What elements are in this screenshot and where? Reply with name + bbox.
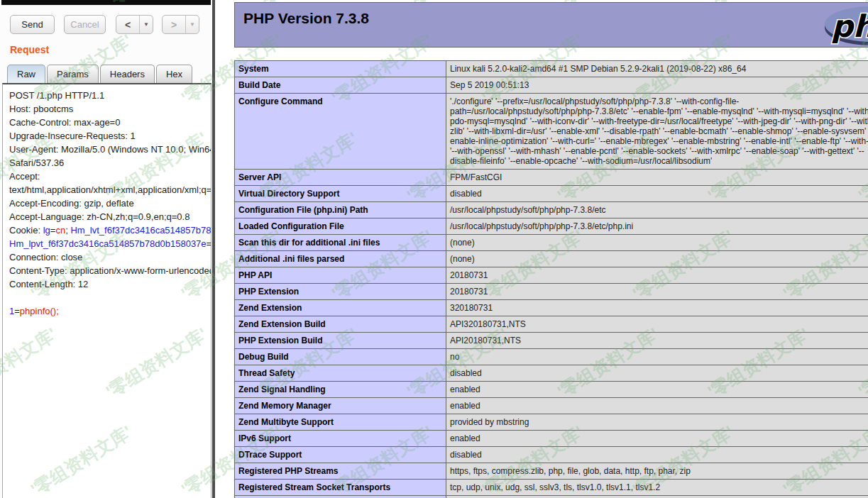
request-editor[interactable]: POST /1.php HTTP/1.1Host: pbootcmsCache-… [2,83,211,498]
info-row-label: Debug Build [235,349,446,365]
php-logo-text: php [831,9,868,44]
info-row-value: Sep 5 2019 00:51:13 [446,77,868,94]
info-row-label: PHP Extension Build [235,333,446,349]
prev-arrow-icon: < [116,19,139,31]
info-row-label: Server API [235,170,446,186]
info-row: Zend Memory Managerenabled [235,398,868,414]
request-section-label: Request [10,44,49,55]
info-row-label: System [235,61,446,77]
info-row: Debug Buildno [235,349,868,365]
info-row: SystemLinux kali 5.2.0-kali2-amd64 #1 SM… [235,61,868,77]
request-line: Hm_lpvt_f6f37dc3416ca514857b78d0b158037e… [9,237,211,250]
info-row: PHP API20180731 [235,267,868,284]
info-row-value: enabled [446,382,868,398]
info-row-value: disabled [446,447,868,463]
info-row-value: /usr/local/phpstudy/soft/php/php-7.3.8/e… [446,218,868,235]
info-row-value: enabled [446,431,868,447]
info-row-value: (none) [446,235,868,251]
info-row-value: tcp, udp, unix, udg, ssl, sslv3, tls, tl… [446,480,868,496]
info-row-value: provided by mbstring [446,414,868,431]
info-row-value: disabled [446,365,868,382]
next-arrow-icon: > [163,19,185,31]
window-top-bar [1,0,211,5]
tab-raw[interactable]: Raw [7,65,45,83]
info-row-label: DTrace Support [235,447,446,463]
phpinfo-table: SystemLinux kali 5.2.0-kali2-amd64 #1 SM… [234,60,868,498]
info-row: Zend Multibyte Supportprovided by mbstri… [235,414,868,431]
info-row: Registered Stream Filters [235,496,868,498]
info-row-value: 20180731 [446,284,868,300]
request-line: Host: pbootcms [9,102,211,116]
tab-hex[interactable]: Hex [156,65,192,83]
request-line: User-Agent: Mozilla/5.0 (Windows NT 10.0… [9,143,211,156]
info-row-label: Zend Extension Build [235,316,446,333]
request-line: Cache-Control: max-age=0 [9,116,211,129]
request-line: 1=phpinfo(); [9,304,211,318]
info-row-value: API320180731,NTS [446,316,868,333]
info-row-label: Virtual Directory Support [235,186,446,202]
request-line: Content-Type: application/x-www-form-url… [9,264,211,277]
phpinfo-page: PHP Version 7.3.8 php SystemLinux kali 5… [215,0,868,498]
info-row-value: './configure' '--prefix=/usr/local/phpst… [446,94,868,170]
info-row: Configuration File (php.ini) Path/usr/lo… [235,202,868,218]
info-row-value: API20180731,NTS [446,333,868,349]
info-row: Virtual Directory Supportdisabled [235,186,868,202]
info-row-label: Configure Command [235,94,446,170]
info-row: Scan this dir for additional .ini files(… [235,235,868,251]
info-row-label: Thread Safety [235,365,446,382]
info-row-value: enabled [446,398,868,414]
request-line: Content-Length: 12 [9,277,211,291]
repeater-panel: Send Cancel < ▼ > ▼ Request RawParamsHea… [0,0,213,498]
phpinfo-table-body: SystemLinux kali 5.2.0-kali2-amd64 #1 SM… [235,61,868,498]
info-row: IPv6 Supportenabled [235,431,868,447]
request-line [9,291,211,304]
next-request-button[interactable]: > ▼ [162,15,199,34]
info-row-label: Zend Signal Handling [235,382,446,398]
info-row-value: no [446,349,868,365]
info-row: Zend Extension320180731 [235,300,868,316]
request-line: Accept-Encoding: gzip, deflate [9,197,211,210]
request-line: text/html,application/xhtml+xml,applicat… [9,183,211,197]
info-row-value: 320180731 [446,300,868,316]
info-row-value: 20180731 [446,267,868,284]
info-row: Thread Safetydisabled [235,365,868,382]
info-row: Zend Signal Handlingenabled [235,382,868,398]
info-row-value: /usr/local/phpstudy/soft/php/php-7.3.8/e… [446,202,868,218]
request-line: Cookie: lg=cn; Hm_lvt_f6f37dc3416ca51485… [9,223,211,237]
info-row: PHP Extension20180731 [235,284,868,300]
info-row-value: Linux kali 5.2.0-kali2-amd64 #1 SMP Debi… [446,61,868,77]
send-button[interactable]: Send [10,15,55,34]
dropdown-caret-icon[interactable]: ▼ [140,21,153,28]
request-view-tabs: RawParamsHeadersHex [7,65,194,83]
tab-params[interactable]: Params [47,65,99,83]
phpinfo-header: PHP Version 7.3.8 php [234,2,868,48]
info-row: Registered PHP Streamshttps, ftps, compr… [235,463,868,480]
info-row-label: Zend Memory Manager [235,398,446,414]
info-row: Configure Command'./configure' '--prefix… [235,94,868,170]
info-row-label: Scan this dir for additional .ini files [235,235,446,251]
info-row: Server APIFPM/FastCGI [235,170,868,186]
info-row: Zend Extension BuildAPI320180731,NTS [235,316,868,333]
info-row-value [446,496,868,498]
info-row: PHP Extension BuildAPI20180731,NTS [235,333,868,349]
info-row-label: Loaded Configuration File [235,218,446,235]
info-row-value: disabled [446,186,868,202]
cancel-button[interactable]: Cancel [64,15,106,34]
php-version-title: PHP Version 7.3.8 [235,3,868,27]
request-line: Accept-Language: zh-CN,zh;q=0.9,en;q=0.8 [9,210,211,223]
info-row-label: Zend Multibyte Support [235,414,446,431]
info-row-label: Build Date [235,77,446,94]
info-row: Additional .ini files parsed(none) [235,251,868,267]
info-row-label: PHP Extension [235,284,446,300]
prev-request-button[interactable]: < ▼ [116,15,153,34]
request-line: Connection: close [9,250,211,264]
info-row-value: https, ftps, compress.zlib, php, file, g… [446,463,868,480]
info-row-label: IPv6 Support [235,431,446,447]
info-row-label: Registered PHP Streams [235,463,446,480]
dropdown-caret-icon[interactable]: ▼ [186,21,199,28]
info-row-label: Registered Stream Filters [235,496,446,498]
info-row-label: Registered Stream Socket Transports [235,480,446,496]
tab-headers[interactable]: Headers [100,65,155,83]
request-line: Upgrade-Insecure-Requests: 1 [9,129,211,143]
info-row-value: FPM/FastCGI [446,170,868,186]
